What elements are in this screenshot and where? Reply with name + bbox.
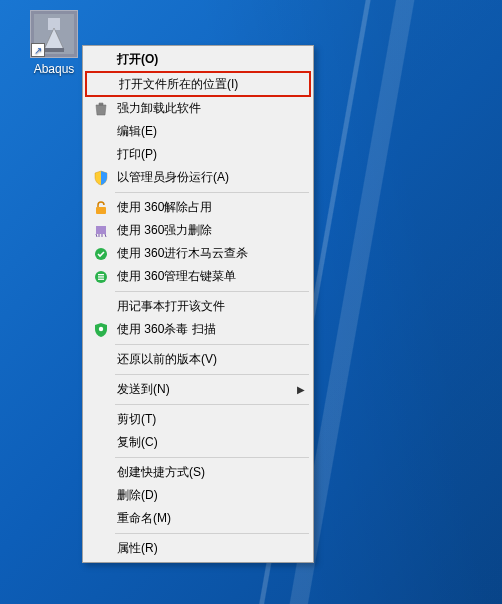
separator [115, 533, 309, 534]
chevron-right-icon: ▶ [297, 384, 305, 395]
separator [115, 404, 309, 405]
menu-force-uninstall[interactable]: 强力卸载此软件 [85, 97, 311, 120]
menu-rename[interactable]: 重命名(M) [85, 507, 311, 530]
svg-rect-3 [96, 207, 106, 214]
menu-open[interactable]: 打开(O) [85, 48, 311, 71]
menu-360-trojan-scan[interactable]: 使用 360进行木马云查杀 [85, 242, 311, 265]
menu-edit-label: 编辑(E) [113, 123, 291, 140]
menu-360-manage-context-label: 使用 360管理右键菜单 [113, 268, 291, 285]
menu-360-manage-context[interactable]: 使用 360管理右键菜单 [85, 265, 311, 288]
trash-icon [89, 101, 113, 117]
menu-create-shortcut[interactable]: 创建快捷方式(S) [85, 461, 311, 484]
menu-edit[interactable]: 编辑(E) [85, 120, 311, 143]
menu-open-notepad-label: 用记事本打开该文件 [113, 298, 291, 315]
menu-restore-previous-label: 还原以前的版本(V) [113, 351, 291, 368]
svg-rect-7 [98, 274, 104, 275]
menu-open-label: 打开(O) [113, 51, 291, 68]
menu-send-to-label: 发送到(N) [113, 381, 291, 398]
context-menu: 打开(O) 打开文件所在的位置(I) 强力卸载此软件 编辑(E) 打印(P) [82, 45, 314, 563]
svg-rect-2 [44, 48, 64, 52]
abaqus-icon: ↗ [30, 10, 78, 58]
highlight-open-location: 打开文件所在的位置(I) [85, 71, 311, 97]
menu-create-shortcut-label: 创建快捷方式(S) [113, 464, 291, 481]
menu-print[interactable]: 打印(P) [85, 143, 311, 166]
menu-properties-label: 属性(R) [113, 540, 291, 557]
svg-rect-8 [98, 276, 104, 277]
menu-copy-label: 复制(C) [113, 434, 291, 451]
menu-cut[interactable]: 剪切(T) [85, 408, 311, 431]
menu-run-as-admin[interactable]: 以管理员身份运行(A) [85, 166, 311, 189]
separator [115, 291, 309, 292]
desktop-shortcut-abaqus[interactable]: ↗ Abaqus [18, 10, 90, 76]
trojan-scan-icon [89, 246, 113, 262]
menu-360-unlock-label: 使用 360解除占用 [113, 199, 291, 216]
menu-delete[interactable]: 删除(D) [85, 484, 311, 507]
delete-shred-icon [89, 223, 113, 239]
unlock-icon [89, 200, 113, 216]
menu-print-label: 打印(P) [113, 146, 291, 163]
menu-cut-label: 剪切(T) [113, 411, 291, 428]
menu-rename-label: 重命名(M) [113, 510, 291, 527]
menu-360-antivirus-label: 使用 360杀毒 扫描 [113, 321, 291, 338]
antivirus-icon [89, 322, 113, 338]
separator [115, 344, 309, 345]
menu-open-location-label: 打开文件所在的位置(I) [115, 76, 289, 93]
menu-copy[interactable]: 复制(C) [85, 431, 311, 454]
menu-run-as-admin-label: 以管理员身份运行(A) [113, 169, 291, 186]
menu-send-to[interactable]: 发送到(N) ▶ [85, 378, 311, 401]
svg-rect-9 [98, 278, 104, 279]
desktop-shortcut-label: Abaqus [34, 62, 75, 76]
shield-icon [89, 170, 113, 186]
menu-360-force-delete[interactable]: 使用 360强力删除 [85, 219, 311, 242]
svg-point-10 [99, 326, 103, 330]
separator [115, 374, 309, 375]
context-menu-icon [89, 269, 113, 285]
separator [115, 457, 309, 458]
menu-open-with-notepad[interactable]: 用记事本打开该文件 [85, 295, 311, 318]
menu-properties[interactable]: 属性(R) [85, 537, 311, 560]
menu-360-antivirus-scan[interactable]: 使用 360杀毒 扫描 [85, 318, 311, 341]
menu-force-uninstall-label: 强力卸载此软件 [113, 100, 291, 117]
menu-restore-previous[interactable]: 还原以前的版本(V) [85, 348, 311, 371]
menu-360-unlock[interactable]: 使用 360解除占用 [85, 196, 311, 219]
shortcut-arrow-glyph: ↗ [34, 45, 42, 56]
shortcut-arrow-badge: ↗ [31, 43, 45, 57]
menu-360-trojan-scan-label: 使用 360进行木马云查杀 [113, 245, 291, 262]
menu-open-location[interactable]: 打开文件所在的位置(I) [87, 73, 309, 95]
menu-360-force-delete-label: 使用 360强力删除 [113, 222, 291, 239]
separator [115, 192, 309, 193]
svg-rect-4 [96, 226, 106, 234]
menu-delete-label: 删除(D) [113, 487, 291, 504]
